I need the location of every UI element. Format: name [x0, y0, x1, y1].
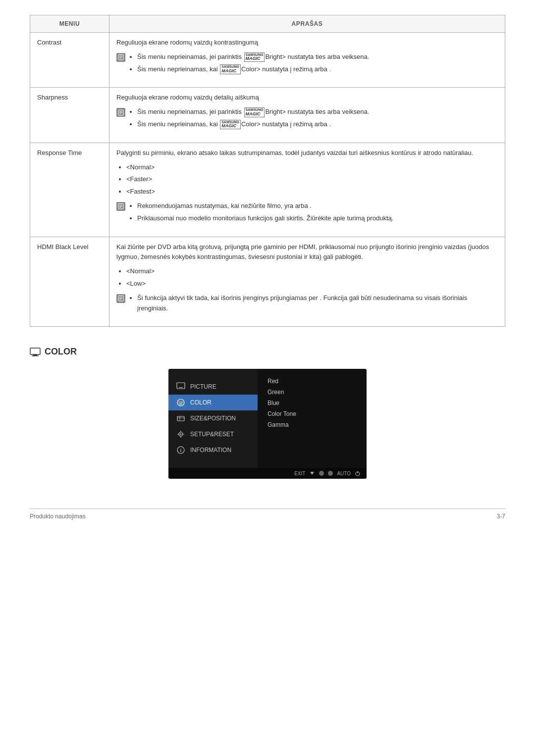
desc-cell-2: Palyginti su pirminiu, ekrano atsako lai… [109, 143, 505, 237]
main-table: MENIU APRAŠAS ContrastReguliuoja ekrane … [30, 15, 505, 327]
note-bullets-0-0: Šis meniu neprieinamas, jei parinktis SA… [137, 52, 498, 75]
monitor-right-item-3: Color Tone [268, 408, 357, 419]
svg-marker-36 [310, 472, 314, 475]
desc-bullet-2-2: <Fastest> [126, 187, 498, 197]
info-icon: i [176, 446, 185, 454]
note-bullets-2-0: Rekomenduojamas nustatymas, kai nežiūrit… [137, 201, 498, 224]
desc-bullet-2-1: <Faster> [126, 174, 498, 185]
svg-rect-25 [177, 416, 184, 421]
note-icon-1-0 [116, 108, 125, 117]
color-icon [176, 398, 185, 407]
menu-item-size-position: SIZE&POSITION [168, 410, 258, 426]
col-desc-header: APRAŠAS [109, 15, 505, 33]
desc-cell-3: Kai žiūrite per DVD arba kitą grotuvą, p… [109, 237, 505, 327]
note-bullet-3-0-0: Ši funkcija aktyvi tik tada, kai išorini… [137, 293, 498, 314]
menu-item-information: i INFORMATION [168, 442, 258, 458]
note-icon-3-0 [116, 294, 125, 303]
monitor-left-panel: PICTURE COLOR [168, 369, 258, 468]
note-icon-2-0 [116, 202, 125, 211]
menu-item-setup-reset: SETUP&RESET [168, 426, 258, 442]
note-block-3-0: Ši funkcija aktyvi tik tada, kai išorini… [116, 293, 498, 318]
setup-icon [176, 430, 185, 439]
desc-bullet-2-0: <Normal> [126, 162, 498, 173]
note-bullet-0-0-0: Šis meniu neprieinamas, jei parinktis SA… [137, 52, 498, 62]
desc-bullet-3-1: <Low> [126, 279, 498, 289]
monitor-menu-list: PICTURE COLOR [168, 374, 258, 463]
menu-color-label: COLOR [190, 399, 212, 406]
monitor-right-item-4: Gamma [268, 419, 357, 430]
desc-intro-1: Reguliuoja ekrane rodomų vaizdų detalių … [116, 93, 498, 103]
nav-circle-icon1 [319, 471, 324, 476]
nav-down-btn [309, 470, 315, 476]
desc-bullet-3-0: <Normal> [126, 266, 498, 277]
nav-circle-btn2 [328, 471, 333, 476]
note-block-0-0: Šis meniu neprieinamas, jei parinktis SA… [116, 52, 498, 79]
menu-cell-2: Response Time [30, 143, 109, 237]
color-section-icon [30, 348, 41, 356]
note-bullet-1-0-1: Šis meniu neprieinamas, kai SAMSUNGMAGIC… [137, 119, 498, 130]
note-block-1-0: Šis meniu neprieinamas, jei parinktis SA… [116, 107, 498, 134]
svg-text:i: i [180, 448, 182, 453]
desc-intro-2: Palyginti su pirminiu, ekrano atsako lai… [116, 148, 498, 158]
svg-rect-18 [32, 355, 39, 356]
note-content-2-0: Rekomenduojamas nustatymas, kai nežiūrit… [128, 201, 498, 228]
size-icon [176, 414, 185, 423]
power-btn [355, 470, 361, 476]
monitor-right-list: RedGreenBlueColor ToneGamma [268, 376, 357, 430]
auto-btn: AUTO [337, 471, 351, 476]
menu-item-picture: PICTURE [168, 379, 258, 395]
monitor-bottom-bar: EXIT AUTO [168, 468, 367, 479]
menu-item-color: COLOR [168, 395, 258, 410]
menu-cell-3: HDMI Black Level [30, 237, 109, 327]
col-menu-header: MENIU [30, 15, 109, 33]
picture-icon [176, 382, 185, 391]
color-heading-text: COLOR [45, 347, 77, 357]
menu-cell-1: Sharpness [30, 88, 109, 143]
svg-point-24 [179, 403, 182, 405]
svg-point-29 [180, 434, 182, 435]
note-block-2-0: Rekomenduojamas nustatymas, kai nežiūrit… [116, 201, 498, 228]
menu-setup-label: SETUP&RESET [190, 431, 234, 438]
menu-cell-0: Contrast [30, 33, 109, 88]
page-footer: Produkto naudojimas 3-7 [30, 508, 505, 520]
svg-rect-20 [179, 387, 183, 388]
desc-bullets-2: <Normal><Faster><Fastest> [126, 162, 498, 197]
note-bullet-2-0-1: Priklausomai nuo modelio monitoriaus fun… [137, 213, 498, 224]
menu-size-label: SIZE&POSITION [190, 415, 236, 422]
monitor-right-item-2: Blue [268, 398, 357, 408]
desc-intro-0: Reguliuoja ekrane rodomų vaizdų kontrast… [116, 38, 498, 48]
note-content-1-0: Šis meniu neprieinamas, jei parinktis SA… [128, 107, 498, 134]
monitor-inner: PICTURE COLOR [168, 369, 367, 468]
nav-circle-icon2 [328, 471, 333, 476]
svg-rect-19 [177, 383, 185, 389]
auto-label: AUTO [337, 471, 351, 476]
note-content-3-0: Ši funkcija aktyvi tik tada, kai išorini… [128, 293, 498, 318]
note-bullet-1-0-0: Šis meniu neprieinamas, jei parinktis SA… [137, 107, 498, 117]
footer-left: Produkto naudojimas [30, 513, 86, 520]
svg-rect-16 [30, 348, 40, 354]
note-bullet-0-0-1: Šis meniu neprieinamas, kai SAMSUNGMAGIC… [137, 64, 498, 75]
desc-cell-1: Reguliuoja ekrane rodomų vaizdų detalių … [109, 88, 505, 143]
footer-right: 3-7 [497, 513, 505, 520]
monitor-right-item-0: Red [268, 376, 357, 387]
monitor-right-panel: RedGreenBlueColor ToneGamma [258, 369, 367, 468]
nav-circle-btn1 [319, 471, 324, 476]
color-section: COLOR PICTURE [30, 347, 505, 479]
desc-cell-0: Reguliuoja ekrane rodomų vaizdų kontrast… [109, 33, 505, 88]
menu-info-label: INFORMATION [190, 447, 231, 454]
exit-btn: EXIT [294, 471, 305, 476]
desc-intro-3: Kai žiūrite per DVD arba kitą grotuvą, p… [116, 242, 498, 263]
monitor-screenshot: PICTURE COLOR [168, 369, 367, 479]
note-bullet-2-0-0: Rekomenduojamas nustatymas, kai nežiūrit… [137, 201, 498, 211]
monitor-right-item-1: Green [268, 387, 357, 398]
menu-picture-label: PICTURE [190, 383, 216, 390]
color-heading: COLOR [30, 347, 505, 357]
note-bullets-1-0: Šis meniu neprieinamas, jei parinktis SA… [137, 107, 498, 130]
note-bullets-3-0: Ši funkcija aktyvi tik tada, kai išorini… [137, 293, 498, 314]
desc-bullets-3: <Normal><Low> [126, 266, 498, 289]
exit-label: EXIT [294, 471, 305, 476]
note-content-0-0: Šis meniu neprieinamas, jei parinktis SA… [128, 52, 498, 79]
svg-rect-17 [33, 354, 37, 355]
note-icon-0-0 [116, 53, 125, 62]
